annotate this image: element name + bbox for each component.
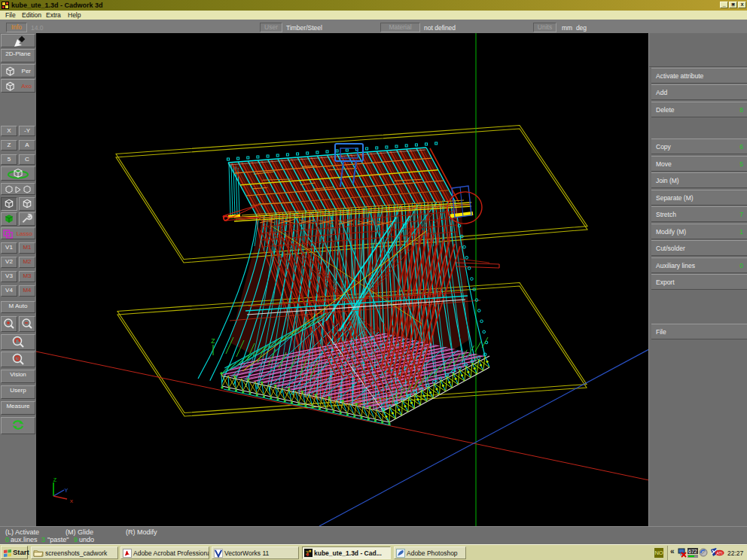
svg-text:Z: Z — [211, 338, 215, 345]
svg-text:x: x — [70, 498, 74, 504]
svg-text:672: 672 — [688, 549, 697, 554]
svg-text:Y: Y — [65, 487, 69, 494]
svg-text:Z: Z — [53, 476, 57, 483]
svg-text:ATI: ATI — [716, 551, 723, 555]
